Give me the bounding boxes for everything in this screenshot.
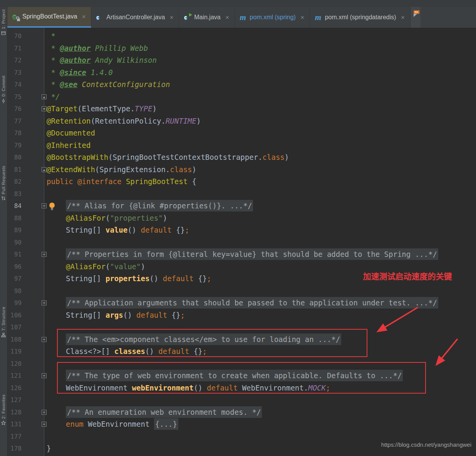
close-tab-icon[interactable]: ✕ [82,14,86,20]
code-text[interactable]: @Target(ElementType.TYPE) [47,104,157,113]
code-line-80[interactable]: 80@BootstrapWith(SpringBootTestContextBo… [7,151,476,164]
line-number[interactable]: 84 [7,200,22,212]
code-text[interactable]: * @since 1.4.0 [47,68,113,77]
line-number[interactable]: 79 [7,139,22,152]
code-line-75[interactable]: 75▴ */ [7,91,476,103]
code-text[interactable]: @ExtendWith(SpringExtension.class) [47,165,196,174]
code-line-127[interactable]: 127 [7,394,476,406]
editor-tab-main-java[interactable]: CMain.java✕ [179,7,235,28]
close-tab-icon[interactable]: ✕ [300,15,305,20]
line-number[interactable]: 75 [7,91,22,103]
editor-tab-artisancontroller-java[interactable]: CArtisanController.java✕ [91,7,179,28]
code-text[interactable]: } [47,444,51,453]
code-text[interactable]: Class<?>[] classes() default {}; [66,347,207,355]
code-line-178[interactable]: 178} [7,443,476,455]
line-number[interactable]: 76 [7,103,22,115]
code-line-70[interactable]: 70 * [7,30,476,42]
close-tab-icon[interactable]: ✕ [169,15,174,20]
line-number[interactable]: 98 [7,285,22,297]
code-text[interactable]: * @see ContextConfiguration [47,80,170,89]
fold-collapsed-icon[interactable]: + [42,300,47,305]
line-number[interactable]: 128 [7,406,22,419]
line-number[interactable]: 83 [7,188,22,200]
code-line-98[interactable]: 98 [7,285,476,297]
stripe-button-0-commit[interactable]: 0: Commit [0,75,7,103]
code-text[interactable]: * @author Phillip Webb [47,44,148,52]
line-number[interactable]: 127 [7,394,22,406]
code-line-79[interactable]: 79@Inherited [7,139,476,152]
code-text[interactable]: String[] properties() default {}; [66,274,211,283]
code-line-106[interactable]: 106String[] args() default {}; [7,309,476,322]
code-text[interactable]: @AliasFor("value") [66,262,145,271]
fold-collapsed-icon[interactable]: + [42,252,47,257]
fold-collapsed-icon[interactable]: + [42,203,47,208]
editor-tab-pom-xml-springdataredis[interactable]: mpom.xml (springdataredis)✕ [310,7,411,28]
line-number[interactable]: 121 [7,370,22,382]
line-number[interactable]: 99 [7,297,22,309]
code-line-89[interactable]: 89String[] value() default {}; [7,224,476,236]
code-line-82[interactable]: 82public @interface SpringBootTest { [7,176,476,188]
close-tab-icon[interactable]: ✕ [225,15,230,20]
line-number[interactable]: 178 [7,443,22,455]
code-line-97[interactable]: 97String[] properties() default {}; [7,273,476,285]
code-text[interactable]: * @author Andy Wilkinson [47,56,157,64]
code-line-177[interactable]: 177 [7,431,476,443]
code-line-131[interactable]: 131+enum WebEnvironment {...} [7,418,476,431]
line-number[interactable]: 106 [7,309,22,322]
code-text[interactable]: @Inherited [47,141,91,149]
code-text[interactable]: /** Alias for {@link #properties()}. ...… [66,200,253,211]
stripe-button-7-structure[interactable]: 7: Structure [0,307,7,337]
line-number[interactable]: 73 [7,67,22,79]
code-line-119[interactable]: 119Class<?>[] classes() default {}; [7,345,476,358]
code-text[interactable]: /** Application arguments that should be… [66,297,438,308]
fold-collapsed-icon[interactable]: + [42,422,47,427]
fold-collapsed-icon[interactable]: + [42,337,47,342]
line-number[interactable]: 126 [7,382,22,394]
line-number[interactable]: 81 [7,164,22,176]
code-text[interactable]: /** The type of web environment to creat… [66,370,403,381]
code-line-81[interactable]: 81▴@ExtendWith(SpringExtension.class) [7,164,476,176]
code-line-88[interactable]: 88@AliasFor("properties") [7,212,476,225]
code-text[interactable]: @Retention(RetentionPolicy.RUNTIME) [47,117,201,125]
editor-tab-partial[interactable]: <> [411,7,421,28]
code-line-83[interactable]: 83 [7,188,476,200]
code-line-72[interactable]: 72 * @author Andy Wilkinson [7,54,476,67]
code-line-71[interactable]: 71 * @author Phillip Webb [7,42,476,55]
line-number[interactable]: 72 [7,54,22,67]
code-line-77[interactable]: 77@Retention(RetentionPolicy.RUNTIME) [7,115,476,127]
line-number[interactable]: 107 [7,321,22,334]
code-text[interactable]: String[] value() default {}; [66,226,189,234]
code-text[interactable]: @BootstrapWith(SpringBootTestContextBoot… [47,153,289,161]
line-number[interactable]: 82 [7,176,22,188]
code-line-73[interactable]: 73 * @since 1.4.0 [7,67,476,79]
code-text[interactable]: enum WebEnvironment {...} [66,418,178,430]
code-text[interactable]: @Documented [47,129,95,137]
code-text[interactable]: /** An enumeration web environment modes… [66,406,262,418]
code-line-78[interactable]: 78@Documented [7,127,476,139]
code-line-74[interactable]: 74 * @see ContextConfiguration [7,79,476,91]
stripe-button-2-favorites[interactable]: 2: Favorites [0,394,7,425]
code-line-76[interactable]: 76▾@Target(ElementType.TYPE) [7,103,476,115]
line-number[interactable]: 78 [7,127,22,139]
line-number[interactable]: 108 [7,334,22,346]
fold-collapsed-icon[interactable]: + [42,410,47,415]
close-tab-icon[interactable]: ✕ [401,15,405,20]
line-number[interactable]: 77 [7,115,22,127]
code-text[interactable]: @AliasFor("properties") [66,214,167,222]
code-line-99[interactable]: 99+/** Application arguments that should… [7,297,476,309]
code-text[interactable]: * [47,32,55,40]
line-number[interactable]: 70 [7,30,22,42]
code-text[interactable]: */ [47,92,60,101]
line-number[interactable]: 88 [7,212,22,225]
code-line-96[interactable]: 96@AliasFor("value") [7,261,476,273]
line-number[interactable]: 71 [7,42,22,55]
line-number[interactable]: 91 [7,248,22,261]
code-line-126[interactable]: 126WebEnvironment webEnvironment() defau… [7,382,476,394]
fold-collapsed-icon[interactable]: + [42,373,47,378]
fold-region-start-icon[interactable]: ▾ [42,106,47,111]
line-number[interactable]: 131 [7,418,22,431]
code-line-120[interactable]: 120 [7,358,476,370]
code-line-91[interactable]: 91+/** Properties in form {@literal key=… [7,248,476,261]
code-text[interactable]: public @interface SpringBootTest { [47,177,196,186]
code-line-107[interactable]: 107 [7,321,476,334]
